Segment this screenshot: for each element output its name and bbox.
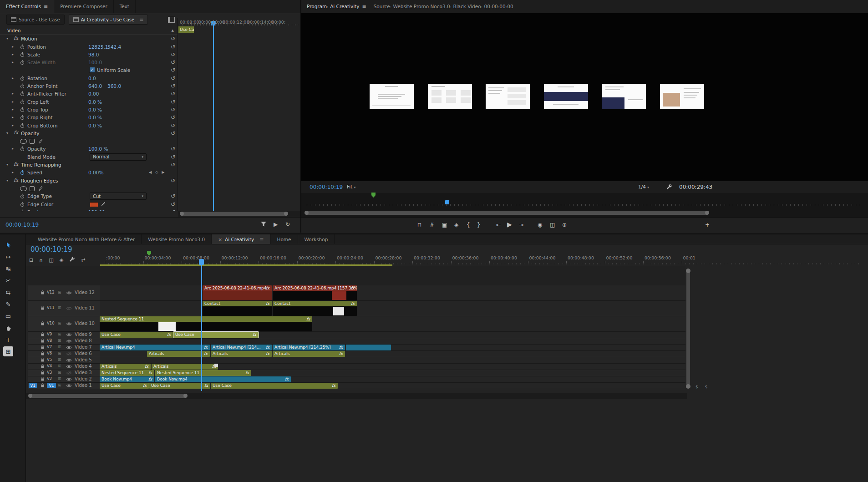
toggle-animation-stopwatch-icon[interactable] <box>20 146 25 152</box>
clip-fx-badge-icon[interactable]: fx <box>306 317 310 321</box>
reset-parameter-icon[interactable]: ↺ <box>171 75 175 81</box>
clip-fx-badge-icon[interactable]: fx <box>266 345 269 350</box>
ruler-icon[interactable]: ⊓ <box>417 222 421 228</box>
toggle-animation-stopwatch-icon[interactable] <box>20 91 25 97</box>
track-output-eye-off-icon[interactable] <box>66 370 72 376</box>
reset-parameter-icon[interactable]: ↺ <box>171 209 175 211</box>
track-target-badge[interactable]: V8 <box>47 338 56 343</box>
toggle-animation-stopwatch-icon[interactable] <box>20 60 25 66</box>
effect-param-row[interactable]: ▸Crop Bottom0.0 %↺ <box>0 122 178 129</box>
reset-parameter-icon[interactable]: ↺ <box>171 51 175 58</box>
track-lane[interactable]: ContactfxContactfx <box>100 301 685 316</box>
sync-lock-icon[interactable]: ⊞ <box>58 290 61 294</box>
track-header[interactable]: V4⊞Video 4 <box>28 364 100 370</box>
track-target-badge[interactable]: V5 <box>47 357 56 362</box>
fx-badge-icon[interactable]: fx <box>14 177 18 183</box>
reset-parameter-icon[interactable]: ↺ <box>171 146 175 152</box>
timeline-clip[interactable]: Nested Sequence 11fx <box>100 370 154 376</box>
toggle-animation-stopwatch-icon[interactable] <box>20 115 25 121</box>
panel-tab[interactable]: Effect Controls≡ <box>0 0 54 13</box>
track-lock-icon[interactable] <box>41 345 45 350</box>
expand-chevron-icon[interactable]: ▸ <box>12 52 14 56</box>
track-header[interactable]: V5⊞Video 5 <box>28 357 100 364</box>
clip-fx-badge-icon[interactable]: fx <box>167 332 171 337</box>
toggle-animation-stopwatch-icon[interactable] <box>20 170 25 176</box>
program-zoom-scrollbar[interactable] <box>301 210 868 216</box>
track-lock-icon[interactable] <box>41 351 45 357</box>
sync-lock-icon[interactable]: ⊞ <box>58 321 61 325</box>
track-output-eye-icon[interactable] <box>66 290 72 296</box>
effect-param-row[interactable]: Edge Color↺ <box>0 200 178 208</box>
expand-chevron-icon[interactable]: ▸ <box>12 115 14 119</box>
filter-properties-funnel-icon[interactable] <box>260 221 267 228</box>
effect-param-row[interactable]: ▸Crop Top0.0 %↺ <box>0 106 178 113</box>
pen-mask-icon[interactable] <box>38 186 43 192</box>
go-to-in-icon[interactable]: ⇤ <box>496 222 501 228</box>
expand-chevron-icon[interactable]: ▸ <box>12 147 14 151</box>
playback-resolution-dropdown[interactable]: 1/4 ▾ <box>638 184 649 189</box>
track-output-eye-icon[interactable] <box>66 321 72 327</box>
timeline-clip[interactable]: Articalsfx <box>273 351 345 357</box>
clip-fx-badge-icon[interactable]: fx <box>351 286 355 290</box>
program-time-ruler[interactable] <box>306 199 864 206</box>
track-lock-icon[interactable] <box>41 332 45 338</box>
sync-lock-icon[interactable]: ⊞ <box>58 357 61 362</box>
clip-fx-badge-icon[interactable]: fx <box>204 351 208 356</box>
track-lane[interactable]: Artical New.mp4fxArtical New.mp4 [214...… <box>100 345 685 351</box>
effect-group-row[interactable]: ▾fxMotion↺ <box>0 35 178 42</box>
effect-param-row[interactable]: Edge TypeCut▾↺ <box>0 192 178 200</box>
clip-fx-badge-icon[interactable]: fx <box>332 383 335 388</box>
zoom-fit-dropdown[interactable]: Fit ▾ <box>347 184 355 189</box>
scrollbar-handle[interactable] <box>180 212 288 216</box>
track-target-badge[interactable]: V11 <box>47 305 56 310</box>
track-output-eye-off-icon[interactable] <box>66 306 72 311</box>
reset-parameter-icon[interactable]: ↺ <box>171 154 175 160</box>
sync-lock-icon[interactable]: ⊞ <box>58 305 61 310</box>
effect-source-tab[interactable]: Ai Creativity - Use Case≡ <box>69 15 148 25</box>
uniform-scale-checkbox[interactable]: ✓ <box>89 67 95 73</box>
effect-param-row[interactable]: ▸Speed0.00%◀◇▶ <box>0 168 178 176</box>
track-target-badge[interactable]: V3 <box>47 370 56 375</box>
timeline-clip[interactable]: Arc 2025-06-08 22-41-06.mp4 [157.36%]fx <box>273 285 357 300</box>
track-target-badge[interactable]: V9 <box>47 332 56 336</box>
monitor-tab[interactable]: Source: Website Promo Noco3.0: Black Vid… <box>374 4 513 9</box>
add-marker-icon[interactable]: ◈ <box>454 222 458 228</box>
effect-param-row[interactable]: ▸Anti-flicker Filter0.00↺ <box>0 90 178 97</box>
timeline-timecode[interactable]: 00:00:10:19 <box>30 245 72 254</box>
effect-controls-mini-timeline[interactable]: Use Ca 00:08:0000:00:10:0000:00:12:0000:… <box>178 18 300 211</box>
toggle-animation-stopwatch-icon[interactable] <box>20 44 25 51</box>
param-value[interactable]: 640.0 <box>88 83 102 89</box>
reset-parameter-icon[interactable]: ↺ <box>171 193 175 199</box>
effect-param-row[interactable]: ▸Position12825.1542.4↺ <box>0 43 178 51</box>
timeline-clip[interactable] <box>214 364 218 367</box>
expand-chevron-icon[interactable]: ▸ <box>12 123 14 127</box>
track-output-eye-icon[interactable] <box>66 383 72 389</box>
timeline-clip[interactable]: Artical New.mp4fx <box>100 345 210 350</box>
track-header[interactable]: V1V1⊞Video 1 <box>28 383 100 389</box>
effect-param-row[interactable]: ▸Scale98.0↺ <box>0 51 178 58</box>
effect-param-row[interactable] <box>0 184 178 192</box>
fx-badge-icon[interactable]: fx <box>14 35 18 41</box>
pen-mask-icon[interactable] <box>38 138 43 144</box>
param-value[interactable]: 0.0 % <box>88 115 102 120</box>
eyedropper-icon[interactable] <box>101 201 106 208</box>
timeline-clip[interactable]: Use Casefx <box>100 383 149 389</box>
effect-param-row[interactable]: ▸Border120.00↺ <box>0 208 178 211</box>
track-lock-icon[interactable] <box>41 338 45 344</box>
toggle-animation-stopwatch-icon[interactable] <box>20 123 25 129</box>
track-lane[interactable]: Nested Sequence 11fxNested Sequence 11fx <box>100 370 685 376</box>
param-value[interactable]: 12825.1 <box>88 44 108 50</box>
clip-fx-badge-icon[interactable]: fx <box>266 301 269 306</box>
sequence-tab[interactable]: Home <box>271 234 298 244</box>
hand-tool[interactable] <box>3 323 13 333</box>
source-patch-badge[interactable]: V1 <box>29 383 37 388</box>
track-lock-icon[interactable] <box>41 370 45 376</box>
toggle-animation-stopwatch-icon[interactable] <box>20 209 25 211</box>
effect-source-tab[interactable]: Source - Use Case <box>6 15 65 25</box>
sync-lock-icon[interactable]: ⊞ <box>58 351 61 355</box>
toggle-animation-stopwatch-icon[interactable] <box>20 193 25 200</box>
close-icon[interactable]: × <box>218 237 222 242</box>
track-output-eye-off-icon[interactable] <box>66 351 72 357</box>
param-value[interactable]: 542.4 <box>107 44 121 50</box>
param-dropdown[interactable]: Cut▾ <box>90 193 147 200</box>
